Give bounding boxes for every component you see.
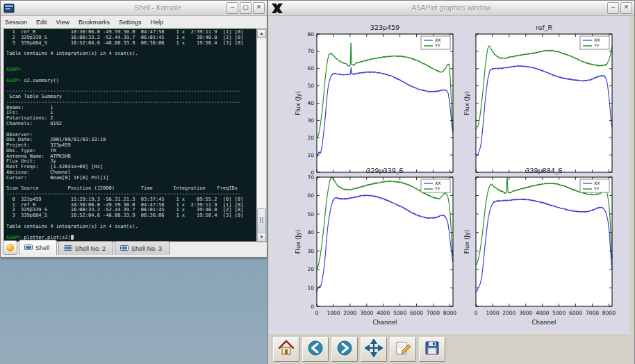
legend-label: XX	[594, 181, 600, 185]
x-tick-label: 2000	[343, 310, 356, 316]
konsole-titlebar[interactable]: Shell - Konsole –▢✕	[1, 1, 267, 16]
menu-item-help[interactable]: Help	[150, 19, 163, 26]
shell-tab-icon	[24, 245, 33, 251]
menu-item-edit[interactable]: Edit	[36, 19, 47, 26]
menu-item-session[interactable]: Session	[5, 19, 27, 26]
terminal-line: 3 339p884_S 16:52:04.6 -46.08.33.9 06:36…	[6, 213, 256, 219]
x-tick-label: 8000	[602, 310, 616, 316]
terminal-line: 3 339p884_S 16:52:04.6 -46.08.33.9 06:36…	[6, 41, 256, 47]
asaplot-titlebar[interactable]: ASAPlot graphics window –✕	[268, 1, 634, 16]
terminal-line	[6, 229, 256, 235]
konsole-menubar: SessionEditViewBookmarksSettingsHelp	[1, 16, 267, 28]
terminal-line	[6, 127, 256, 133]
subplot-title: ref_R	[536, 24, 553, 31]
y-tick-label: 40	[307, 229, 314, 235]
new-session-icon	[6, 244, 14, 251]
asaplot-title: ASAPlot graphics window	[310, 4, 593, 12]
x-axis-label: Channel	[532, 319, 556, 326]
x-tick-label: 4000	[536, 310, 549, 316]
pan-button[interactable]	[361, 337, 387, 362]
menu-item-bookmarks[interactable]: Bookmarks	[79, 19, 110, 26]
subplot-323p459: 01020304050607080323p459Flux (Jy)XXYY	[295, 24, 453, 176]
y-tick-label: 30	[307, 117, 314, 124]
shell-tab-icon	[64, 245, 72, 251]
terminal-line: Cursor: Beam[0] IF[0] Pol[1]	[6, 176, 256, 181]
terminal-scrollbar[interactable]: ▲ ▼	[256, 28, 267, 242]
subplot-329p339_S: 0100020003000400050006000700080000102030…	[295, 167, 456, 326]
y-tick-label: 0	[311, 304, 314, 310]
x-tick-label: 1000	[327, 310, 340, 316]
y-tick-label: 10	[307, 285, 314, 291]
x-tick-label: 2000	[502, 310, 516, 316]
y-tick-label: 70	[307, 48, 314, 54]
menu-item-view[interactable]: View	[56, 19, 69, 26]
close-button[interactable]: ✕	[620, 2, 632, 14]
minimize-button[interactable]: –	[226, 2, 238, 14]
edit-button[interactable]	[390, 337, 416, 362]
y-axis-label: Flux (Jy)	[463, 230, 470, 254]
konsole-title: Shell - Konsole	[91, 4, 225, 12]
y-axis-label: Flux (Jy)	[295, 91, 302, 115]
konsole-window: Shell - Konsole –▢✕ SessionEditViewBookm…	[0, 0, 267, 258]
plot-toolbar	[269, 333, 634, 364]
tab-shell-no-2[interactable]: Shell No. 2	[58, 241, 113, 255]
terminal-line: ASAP> s2.summary()	[6, 78, 256, 84]
forward-button[interactable]	[331, 337, 358, 362]
subplot-title: 329p339_S	[366, 167, 403, 174]
shell-tab-icon	[120, 245, 129, 251]
x-axis-label: Channel	[373, 319, 397, 326]
minimize-button[interactable]: –	[607, 2, 619, 14]
y-tick-label: 80	[307, 31, 314, 38]
subplot-339p884_S: 010002000300040005000600070008000339p884…	[463, 167, 616, 326]
konsole-tabbar: ShellShell No. 2Shell No. 3	[3, 240, 265, 255]
legend-label: XX	[435, 38, 441, 42]
maximize-button[interactable]: ▢	[240, 2, 251, 14]
terminal-line: Channels: 8192	[6, 122, 256, 127]
x-tick-label: 5000	[393, 310, 406, 316]
terminal-line: ASAP>	[6, 67, 256, 73]
x-tick-label: 8000	[443, 310, 456, 316]
scroll-thumb[interactable]	[257, 208, 266, 233]
x-tick-label: 0	[315, 310, 319, 316]
back-icon	[306, 339, 324, 360]
legend-label: XX	[594, 38, 600, 42]
y-tick-label: 60	[307, 192, 314, 199]
x-tick-label: 6000	[569, 310, 582, 316]
legend-label: YY	[434, 43, 440, 48]
back-button[interactable]	[302, 337, 329, 362]
menu-item-settings[interactable]: Settings	[119, 19, 142, 26]
home-icon	[277, 339, 295, 360]
terminal-line: Table contains 4 integration(s) in 4 sca…	[6, 224, 256, 230]
y-tick-label: 20	[307, 135, 314, 141]
y-tick-label: 50	[307, 211, 314, 217]
terminal-line	[6, 63, 256, 68]
terminal-frame: 1 ref_R 18:30:06.0 -49.59.30.0 04:47:58 …	[3, 28, 256, 242]
tab-shell[interactable]: Shell	[19, 240, 57, 255]
x-tick-label: 6000	[410, 310, 423, 316]
x-tick-label: 1000	[486, 310, 499, 316]
y-tick-label: 10	[307, 152, 314, 158]
y-tick-label: 50	[307, 83, 314, 89]
x-tick-label: 7000	[586, 310, 599, 316]
subplot-title: 339p884_S	[525, 167, 562, 174]
scroll-up-button[interactable]: ▲	[257, 29, 266, 38]
tab-shell-no-3[interactable]: Shell No. 3	[115, 241, 170, 255]
terminal-line	[6, 57, 256, 63]
terminal-output[interactable]: 1 ref_R 18:30:06.0 -49.59.30.0 04:47:58 …	[6, 30, 256, 241]
plot-canvas[interactable]: 01020304050607080323p459Flux (Jy)XXYYref…	[269, 16, 629, 333]
legend-label: YY	[434, 186, 440, 191]
close-button[interactable]: ✕	[253, 2, 265, 14]
new-session-button[interactable]	[3, 240, 17, 255]
x-tick-label: 0	[475, 310, 478, 316]
home-button[interactable]	[273, 337, 299, 362]
y-tick-label: 70	[307, 174, 314, 181]
legend-label: YY	[593, 43, 600, 48]
x-tick-label: 4000	[377, 310, 390, 316]
legend-label: XX	[435, 181, 441, 185]
edit-icon	[394, 339, 412, 360]
save-button[interactable]	[419, 337, 445, 362]
x-tick-label: 5000	[552, 310, 566, 316]
y-tick-label: 30	[307, 248, 314, 254]
y-tick-label: 40	[307, 100, 314, 106]
terminal-line: Table contains 4 integration(s) in 4 sca…	[6, 51, 256, 57]
